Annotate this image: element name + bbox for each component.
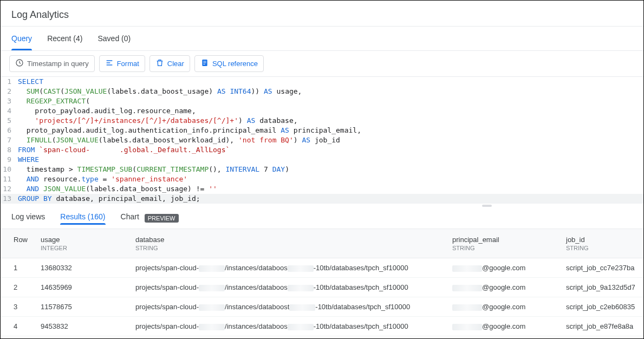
cell-database: projects/span-cloud-/instances/databoos-… — [131, 262, 448, 274]
editor-line[interactable]: 8FROM `span-cloud- .global._Default._All… — [1, 145, 643, 155]
cell-row: 4 — [9, 320, 36, 333]
page-title: Log Analytics — [11, 9, 633, 21]
clear-button[interactable]: Clear — [149, 55, 190, 72]
cell-job-id: script_job_c2eb60835 — [562, 301, 635, 313]
sql-editor[interactable]: 1SELECT2 SUM(CAST(JSON_VALUE(labels.data… — [1, 77, 643, 204]
tab-saved-[interactable]: Saved (0) — [97, 27, 131, 50]
tab-query[interactable]: Query — [11, 27, 32, 50]
cell-job-id: script_job_9a132d5d7 — [562, 281, 635, 294]
timestamp-button[interactable]: Timestamp in query — [9, 55, 95, 72]
top-tabs: QueryRecent (4)Saved (0) — [1, 27, 643, 51]
tab-log-views[interactable]: Log views — [11, 212, 45, 224]
svg-rect-2 — [203, 61, 206, 62]
clear-label: Clear — [167, 60, 184, 68]
cell-email: @google.com — [448, 301, 562, 313]
cell-row: 2 — [9, 281, 36, 294]
editor-line[interactable]: 13GROUP BY database, principal_email, jo… — [1, 194, 643, 204]
cell-job-id: script_job_e87fe8a8a — [562, 320, 635, 333]
editor-line[interactable]: 7 IFNULL(JSON_VALUE(labels.data_boost_wo… — [1, 135, 643, 145]
table-header: Row usageINTEGER databaseSTRING principa… — [1, 229, 643, 258]
format-button[interactable]: Format — [99, 55, 145, 72]
table-row[interactable]: 113680332projects/span-cloud-/instances/… — [1, 258, 643, 278]
cell-email: @google.com — [448, 262, 562, 274]
page-header: Log Analytics — [1, 1, 643, 27]
col-usage: usage — [41, 236, 127, 244]
tab-recent-[interactable]: Recent (4) — [47, 27, 82, 50]
table-row[interactable]: 311578675projects/span-cloud-/instances/… — [1, 297, 643, 317]
cell-usage: 13680332 — [36, 262, 131, 274]
editor-line[interactable]: 1SELECT — [1, 77, 643, 87]
cell-job-id: script_job_cc7e237ba — [562, 262, 635, 274]
cell-row: 1 — [9, 262, 36, 274]
svg-rect-3 — [203, 62, 206, 63]
col-database: database — [135, 236, 444, 244]
cell-database: projects/span-cloud-/instances/databoos-… — [131, 281, 448, 294]
svg-rect-4 — [203, 64, 205, 64]
cell-email: @google.com — [448, 281, 562, 294]
trash-icon — [155, 58, 164, 69]
results-table: Row usageINTEGER databaseSTRING principa… — [1, 229, 643, 339]
col-row: Row — [14, 236, 32, 244]
format-label: Format — [117, 60, 139, 68]
cell-database: projects/span-cloud-/instances/databoos-… — [131, 320, 448, 333]
col-job-id: job_id — [566, 236, 630, 244]
cell-usage: 14635969 — [36, 281, 131, 294]
cell-email: @google.com — [448, 320, 562, 333]
tab-chart[interactable]: Chart — [121, 212, 139, 224]
editor-line[interactable]: 9WHERE — [1, 155, 643, 165]
tab-results[interactable]: Results (160) — [60, 212, 105, 224]
sql-reference-label: SQL reference — [212, 60, 258, 68]
format-icon — [105, 58, 114, 69]
timestamp-label: Timestamp in query — [27, 60, 89, 68]
doc-icon — [200, 58, 209, 69]
editor-toolbar: Timestamp in query Format Clear SQL refe… — [1, 51, 643, 77]
clock-icon — [15, 58, 24, 69]
cell-usage: 9453832 — [36, 320, 131, 333]
editor-line[interactable]: 5 'projects/[^/]+/instances/[^/]+/databa… — [1, 116, 643, 126]
editor-line[interactable]: 4 proto_payload.audit_log.resource_name, — [1, 106, 643, 116]
table-row[interactable]: 49453832projects/span-cloud-/instances/d… — [1, 317, 643, 336]
editor-line[interactable]: 6 proto_payload.audit_log.authentication… — [1, 126, 643, 135]
editor-line[interactable]: 11 AND resource.type = 'spanner_instance… — [1, 174, 643, 184]
editor-line[interactable]: 12 AND JSON_VALUE(labels.data_boost_usag… — [1, 184, 643, 194]
editor-line[interactable]: 2 SUM(CAST(JSON_VALUE(labels.data_boost_… — [1, 87, 643, 96]
table-row[interactable]: 214635969projects/span-cloud-/instances/… — [1, 278, 643, 297]
cell-database: projects/span-cloud-/instances/databoost… — [131, 301, 448, 313]
cell-usage: 11578675 — [36, 301, 131, 313]
sql-reference-button[interactable]: SQL reference — [194, 55, 264, 72]
editor-line[interactable]: 10 timestamp > TIMESTAMP_SUB(CURRENT_TIM… — [1, 165, 643, 174]
cell-row: 3 — [9, 301, 36, 313]
col-principal-email: principal_email — [452, 236, 557, 244]
editor-line[interactable]: 3 REGEXP_EXTRACT( — [1, 96, 643, 106]
preview-badge: PREVIEW — [145, 214, 179, 223]
table-row[interactable]: 54113507projects/span-cloud-/instances/d… — [1, 336, 643, 339]
results-tabs: Log views Results (160) Chart PREVIEW — [1, 207, 643, 229]
